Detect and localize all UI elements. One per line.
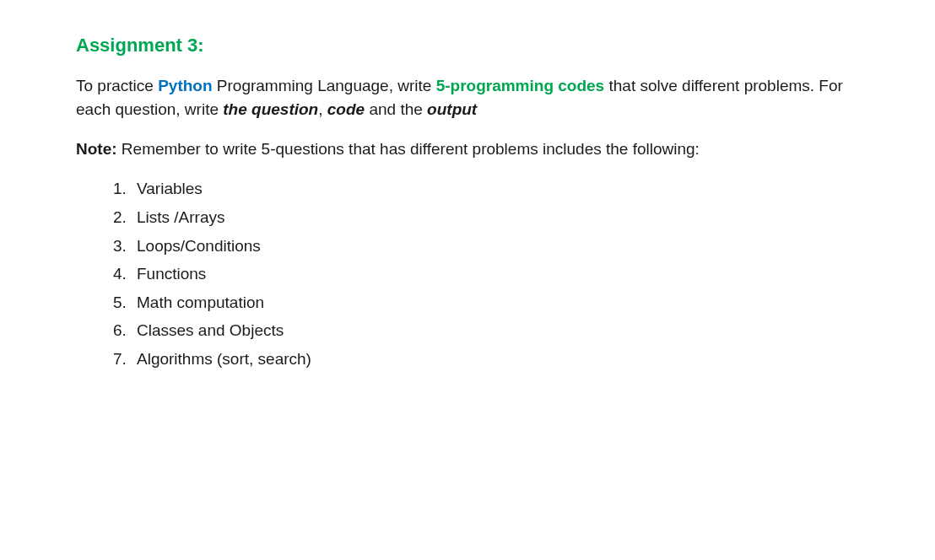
list-number: 7. bbox=[113, 347, 137, 371]
note-label: Note: bbox=[76, 140, 117, 158]
emph-question: the question bbox=[223, 100, 318, 118]
list-text: Loops/Conditions bbox=[137, 234, 261, 258]
topics-list: 1.Variables 2.Lists /Arrays 3.Loops/Cond… bbox=[76, 177, 859, 370]
intro-text-2: Programming Language, write bbox=[213, 77, 436, 94]
list-number: 3. bbox=[113, 234, 137, 258]
list-number: 4. bbox=[113, 262, 137, 286]
intro-paragraph: To practice Python Programming Language,… bbox=[76, 74, 859, 122]
list-number: 5. bbox=[113, 291, 137, 315]
list-text: Algorithms (sort, search) bbox=[137, 347, 311, 371]
assignment-title: Assignment 3: bbox=[76, 32, 859, 59]
emph-code: code bbox=[327, 100, 365, 118]
list-item: 5.Math computation bbox=[113, 291, 859, 315]
intro-text-1: To practice bbox=[76, 77, 158, 94]
list-text: Classes and Objects bbox=[137, 319, 284, 342]
intro-comma: , bbox=[318, 100, 327, 118]
list-text: Lists /Arrays bbox=[137, 206, 225, 229]
list-item: 7.Algorithms (sort, search) bbox=[113, 347, 859, 371]
list-item: 4.Functions bbox=[113, 262, 859, 286]
list-item: 1.Variables bbox=[113, 177, 859, 201]
emph-output: output bbox=[427, 100, 477, 118]
list-number: 1. bbox=[113, 177, 137, 201]
note-text: Remember to write 5-questions that has d… bbox=[117, 140, 700, 158]
list-item: 3.Loops/Conditions bbox=[113, 234, 859, 258]
keyword-python: Python bbox=[158, 77, 212, 94]
list-item: 2.Lists /Arrays bbox=[113, 206, 859, 229]
list-text: Variables bbox=[137, 177, 203, 201]
list-item: 6.Classes and Objects bbox=[113, 319, 859, 342]
list-text: Math computation bbox=[137, 291, 264, 315]
intro-text-4: and the bbox=[365, 100, 427, 118]
keyword-five-codes: 5-programming codes bbox=[436, 77, 605, 94]
note-paragraph: Note: Remember to write 5-questions that… bbox=[76, 137, 859, 161]
list-number: 6. bbox=[113, 319, 137, 342]
list-text: Functions bbox=[137, 262, 206, 286]
list-number: 2. bbox=[113, 206, 137, 229]
